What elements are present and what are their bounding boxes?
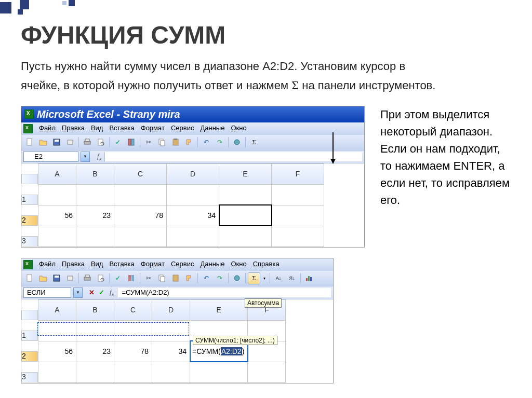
undo-icon[interactable]: ↶ <box>200 272 212 284</box>
menu-window[interactable]: Окно <box>231 124 246 133</box>
col-header-C[interactable]: C <box>114 299 152 320</box>
name-box-dropdown-icon[interactable]: ▼ <box>73 287 83 298</box>
cell-A2[interactable]: 56 <box>38 205 76 226</box>
menu-window[interactable]: Окно <box>231 260 246 269</box>
col-header-E[interactable]: E <box>219 163 272 184</box>
menu-insert[interactable]: Вставка <box>109 260 134 269</box>
menu-tools[interactable]: Сервис <box>171 260 194 269</box>
cell-D2[interactable]: 34 <box>167 205 219 226</box>
menu-help[interactable]: Справка <box>253 260 280 269</box>
row-header-1[interactable]: 1 <box>21 195 38 205</box>
permission-icon[interactable] <box>64 136 76 148</box>
insert-function-icon[interactable]: fx <box>110 288 114 297</box>
cell[interactable] <box>152 320 190 341</box>
cell[interactable] <box>114 184 167 205</box>
autosum-dropdown-icon[interactable]: ▼ <box>261 272 268 284</box>
cell[interactable] <box>76 226 114 246</box>
menu-format[interactable]: Формат <box>141 124 165 133</box>
cell-B2[interactable]: 23 <box>76 341 114 362</box>
research-icon[interactable] <box>125 272 138 284</box>
permission-icon[interactable] <box>64 272 76 284</box>
col-header-C[interactable]: C <box>114 163 167 184</box>
menu-insert[interactable]: Вставка <box>109 124 134 133</box>
research-icon[interactable] <box>125 136 138 148</box>
paste-icon[interactable] <box>169 136 182 148</box>
copy-icon[interactable] <box>156 136 168 148</box>
name-box-2[interactable]: ЕСЛИ <box>23 287 71 298</box>
open-icon[interactable] <box>37 136 49 148</box>
cell[interactable] <box>114 320 152 341</box>
col-header-F[interactable]: F <box>272 163 324 184</box>
cell[interactable] <box>272 184 324 205</box>
cell[interactable] <box>76 320 114 341</box>
cell[interactable] <box>76 362 114 382</box>
cell[interactable] <box>114 226 167 246</box>
menu-edit[interactable]: Правка <box>62 124 85 133</box>
cell[interactable] <box>167 184 219 205</box>
cell[interactable] <box>219 226 272 246</box>
col-header-E[interactable]: E <box>190 299 248 320</box>
new-file-icon[interactable] <box>23 136 36 148</box>
menu-view[interactable]: Вид <box>91 260 103 269</box>
print-icon[interactable] <box>81 272 94 284</box>
menu-file[interactable]: Файл <box>39 260 56 269</box>
sort-desc-icon[interactable]: Я↓ <box>286 272 298 284</box>
cell[interactable] <box>76 184 114 205</box>
spell-icon[interactable]: ✓ <box>112 136 124 148</box>
menu-data[interactable]: Данные <box>200 260 224 269</box>
menu-tools[interactable]: Сервис <box>171 124 194 133</box>
row-header-3[interactable]: 3 <box>21 372 38 382</box>
row-header-2[interactable]: 2 <box>21 215 38 226</box>
menu-view[interactable]: Вид <box>91 124 103 133</box>
undo-icon[interactable]: ↶ <box>200 136 212 148</box>
print-icon[interactable] <box>81 136 94 148</box>
hyperlink-icon[interactable] <box>231 272 243 284</box>
redo-icon[interactable]: ↷ <box>214 272 226 284</box>
cell[interactable] <box>38 362 76 382</box>
spell-icon[interactable]: ✓ <box>112 272 124 284</box>
col-header-D[interactable]: D <box>152 299 190 320</box>
autosum-icon[interactable]: Σ <box>248 272 260 284</box>
cell[interactable] <box>167 226 219 246</box>
row-header-1[interactable]: 1 <box>21 331 38 341</box>
cell-C2[interactable]: 78 <box>114 205 167 226</box>
cut-icon[interactable]: ✂ <box>142 272 155 284</box>
enter-icon[interactable]: ✓ <box>99 289 104 296</box>
cut-icon[interactable]: ✂ <box>142 136 155 148</box>
menu-format[interactable]: Формат <box>141 260 165 269</box>
preview-icon[interactable] <box>95 136 107 148</box>
cell-C2[interactable]: 78 <box>114 341 152 362</box>
cell[interactable] <box>152 362 190 382</box>
name-box[interactable]: E2 <box>23 152 78 162</box>
name-box-dropdown-icon[interactable]: ▼ <box>81 152 90 162</box>
cell[interactable] <box>114 362 152 382</box>
cell-A2[interactable]: 56 <box>38 341 76 362</box>
format-painter-icon[interactable] <box>183 272 195 284</box>
cell[interactable] <box>38 226 76 246</box>
format-painter-icon[interactable] <box>183 136 195 148</box>
titlebar[interactable]: Microsoft Excel - Strany mira <box>21 106 364 122</box>
menu-data[interactable]: Данные <box>200 124 224 133</box>
new-file-icon[interactable] <box>23 272 36 284</box>
col-header-D[interactable]: D <box>167 163 219 184</box>
sort-asc-icon[interactable]: A↓ <box>272 272 285 284</box>
col-header-B[interactable]: B <box>76 299 114 320</box>
menu-edit[interactable]: Правка <box>62 260 85 269</box>
formula-input[interactable] <box>104 152 362 161</box>
col-header-A[interactable]: A <box>38 163 76 184</box>
paste-icon[interactable] <box>169 272 182 284</box>
save-icon[interactable] <box>50 136 63 148</box>
hyperlink-icon[interactable] <box>231 136 243 148</box>
copy-icon[interactable] <box>156 272 168 284</box>
cell[interactable] <box>248 362 286 382</box>
col-header-B[interactable]: B <box>76 163 114 184</box>
cell[interactable] <box>219 184 272 205</box>
col-header-A[interactable]: A <box>38 299 76 320</box>
insert-function-icon[interactable]: fx <box>97 152 101 161</box>
cell-E2-active[interactable] <box>219 205 272 226</box>
save-icon[interactable] <box>50 272 63 284</box>
cell[interactable] <box>272 205 324 226</box>
cell[interactable] <box>190 362 248 382</box>
chart-icon[interactable] <box>303 272 315 284</box>
cell-B2[interactable]: 23 <box>76 205 114 226</box>
